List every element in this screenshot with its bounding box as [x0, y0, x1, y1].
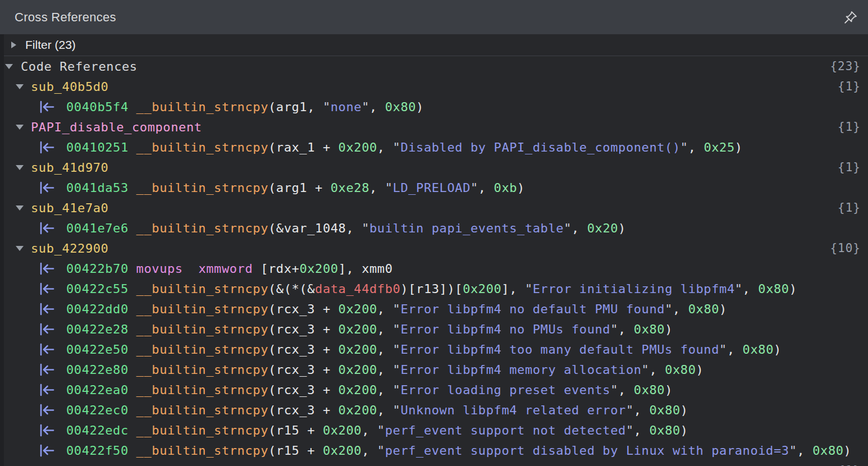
- xref-address[interactable]: 00422c55: [66, 282, 136, 296]
- token-plain: (arg1 +: [268, 181, 331, 195]
- xref-address[interactable]: 00422e28: [66, 322, 136, 336]
- function-name[interactable]: sub_424313: [31, 464, 108, 466]
- token-builtin: __builtin_strncpy: [136, 140, 268, 154]
- token-builtin: __builtin_strncpy: [136, 383, 268, 397]
- token-plain: ,: [649, 363, 665, 377]
- token-plain: (arg1,: [268, 100, 323, 114]
- xref-address[interactable]: 00422e50: [66, 342, 136, 357]
- token-plain: ,: [618, 322, 634, 336]
- token-quote: ": [362, 221, 369, 235]
- xref-address[interactable]: 00422e80: [66, 363, 136, 377]
- collapse-arrow-icon[interactable]: [16, 84, 24, 89]
- function-name[interactable]: sub_41e7a0: [31, 201, 108, 215]
- token-quote: ": [393, 322, 401, 336]
- function-row[interactable]: sub_424313{1}: [0, 460, 868, 466]
- token-plain: ],: [501, 282, 525, 296]
- token-plain: ,: [634, 423, 650, 437]
- token-number: 0x80: [743, 342, 774, 357]
- token-string: Error libpfm4 too many default PMUs foun…: [400, 342, 719, 357]
- xref-row[interactable]: 0041da53 __builtin_strncpy(arg1 + 0xe28,…: [0, 177, 868, 198]
- token-mnemonic: movups: [136, 262, 183, 276]
- filter-toggle[interactable]: Filter (23): [0, 34, 868, 56]
- xref-count: {1}: [838, 120, 868, 134]
- xref-arrow-icon: [37, 383, 56, 397]
- xref-row[interactable]: 00422b70 movups xmmword [rdx+0x200], xmm…: [0, 258, 868, 278]
- function-row[interactable]: PAPI_disable_component{1}: [0, 117, 868, 137]
- collapse-arrow-icon[interactable]: [16, 125, 24, 130]
- token-string: Error libpfm4 no PMUs found: [400, 322, 610, 336]
- xref-address[interactable]: 00422edc: [66, 423, 136, 437]
- token-plain: ): [680, 423, 688, 437]
- token-plain: ,: [743, 282, 759, 296]
- xref-count: {1}: [838, 80, 868, 93]
- function-name[interactable]: PAPI_disable_component: [31, 120, 202, 134]
- collapse-arrow-icon[interactable]: [5, 64, 13, 69]
- token-plain: [rdx+: [253, 262, 299, 276]
- chevron-right-icon[interactable]: [11, 42, 16, 48]
- token-quote: ": [393, 140, 401, 154]
- token-plain: ,: [618, 383, 634, 397]
- xref-row[interactable]: 0040b5f4 __builtin_strncpy(arg1, "none",…: [0, 97, 868, 117]
- token-plain: ,: [572, 221, 587, 235]
- xref-row[interactable]: 00422e80 __builtin_strncpy(rcx_3 + 0x200…: [0, 359, 868, 380]
- token-string: perf_event support not detected: [385, 423, 626, 437]
- xref-address[interactable]: 00410251: [66, 140, 136, 154]
- xref-count: {1}: [838, 161, 868, 174]
- token-plain: ): [618, 221, 626, 235]
- xref-address[interactable]: 0041da53: [66, 181, 136, 195]
- token-number: 0x200: [339, 383, 377, 397]
- panel-title: Cross References: [15, 10, 116, 25]
- token-plain: ,: [377, 363, 393, 377]
- collapse-arrow-icon[interactable]: [16, 205, 24, 211]
- pin-button[interactable]: [843, 10, 858, 25]
- xref-row[interactable]: 00422ea0 __builtin_strncpy(rcx_3 + 0x200…: [0, 380, 868, 400]
- xref-row[interactable]: 00422e50 __builtin_strncpy(rcx_3 + 0x200…: [0, 339, 868, 359]
- function-row[interactable]: sub_41e7a0{1}: [0, 198, 868, 218]
- token-plain: ): [665, 383, 673, 397]
- token-plain: ): [696, 363, 704, 377]
- token-builtin: __builtin_strncpy: [136, 363, 268, 377]
- xref-row[interactable]: 00422e28 __builtin_strncpy(rcx_3 + 0x200…: [0, 319, 868, 339]
- token-plain: (rcx_3 +: [268, 403, 339, 417]
- filter-label: Filter (23): [25, 38, 76, 52]
- panel-left-edge: [0, 34, 4, 466]
- collapse-arrow-icon[interactable]: [16, 165, 24, 170]
- xref-row[interactable]: 00422c55 __builtin_strncpy(&(*(&data_44d…: [0, 278, 868, 299]
- xref-arrow-icon: [37, 221, 56, 235]
- xref-address[interactable]: 00422f50: [66, 444, 136, 458]
- token-quote: ": [610, 322, 618, 336]
- function-name[interactable]: sub_40b5d0: [31, 80, 108, 94]
- function-name[interactable]: sub_41d970: [31, 161, 108, 175]
- token-plain: ,: [362, 423, 377, 437]
- xref-row[interactable]: 0041e7e6 __builtin_strncpy(&var_1048, "b…: [0, 218, 868, 238]
- token-plain: ): [517, 181, 525, 195]
- function-row[interactable]: sub_41d970{1}: [0, 157, 868, 177]
- collapse-arrow-icon[interactable]: [16, 246, 24, 251]
- xref-address[interactable]: 00422ea0: [66, 383, 136, 397]
- xref-address[interactable]: 0040b5f4: [66, 100, 136, 114]
- token-plain: ,: [362, 444, 377, 458]
- xref-row[interactable]: 00422edc __builtin_strncpy(r15 + 0x200, …: [0, 420, 868, 440]
- token-builtin: __builtin_strncpy: [136, 221, 268, 235]
- xref-address[interactable]: 00422ec0: [66, 403, 136, 417]
- token-plain: (r15 +: [268, 444, 323, 458]
- token-builtin: __builtin_strncpy: [136, 423, 268, 437]
- xref-row[interactable]: 00410251 __builtin_strncpy(rax_1 + 0x200…: [0, 137, 868, 157]
- xref-address[interactable]: 0041e7e6: [66, 221, 136, 235]
- xref-address[interactable]: 00422b70: [66, 262, 136, 276]
- token-quote: ": [789, 444, 797, 458]
- section-row-code-references[interactable]: Code References {23}: [0, 56, 868, 76]
- xref-row[interactable]: 00422f50 __builtin_strncpy(r15 + 0x200, …: [0, 440, 868, 460]
- xref-row[interactable]: 00422ec0 __builtin_strncpy(rcx_3 + 0x200…: [0, 400, 868, 420]
- token-number: 0x80: [634, 383, 665, 397]
- function-row[interactable]: sub_40b5d0{1}: [0, 76, 868, 97]
- function-name[interactable]: sub_422900: [31, 241, 108, 255]
- xref-address[interactable]: 00422dd0: [66, 302, 136, 316]
- token-builtin: __builtin_strncpy: [136, 282, 268, 296]
- token-plain: (rcx_3 +: [268, 363, 339, 377]
- token-plain: ,: [797, 444, 813, 458]
- function-row[interactable]: sub_422900{10}: [0, 238, 868, 258]
- token-quote: ": [377, 444, 385, 458]
- xref-row[interactable]: 00422dd0 __builtin_strncpy(rcx_3 + 0x200…: [0, 299, 868, 319]
- section-count: {23}: [830, 60, 868, 73]
